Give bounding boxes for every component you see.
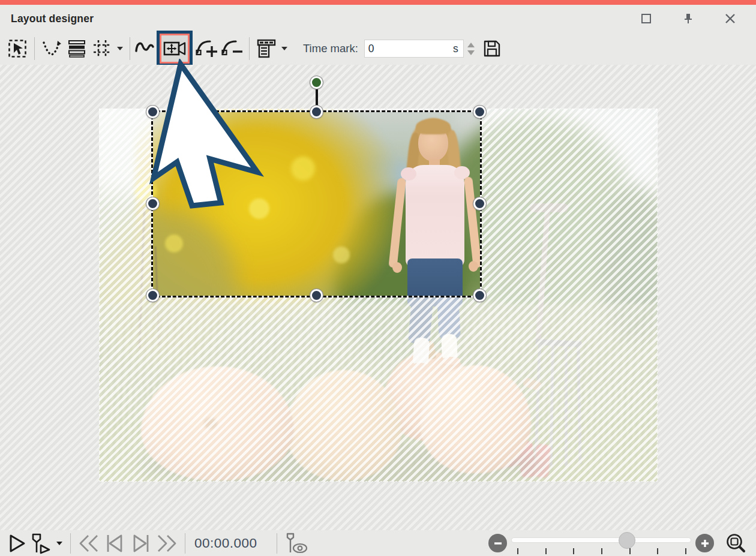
spinner-up-arrow[interactable] — [467, 43, 475, 47]
forward-icon — [155, 533, 178, 554]
layers-icon — [68, 39, 86, 58]
titlebar: Layout designer — [0, 5, 756, 32]
selection-handle-middle-right[interactable] — [473, 197, 486, 210]
curve-icon — [135, 40, 154, 58]
zoom-in-button[interactable] — [695, 534, 714, 552]
toolbar-separator — [130, 37, 130, 60]
selection-handle-top-center[interactable] — [310, 106, 323, 118]
time-mark-spinner — [467, 43, 475, 55]
time-mark-unit: s — [453, 43, 458, 55]
save-icon — [483, 40, 501, 58]
grid-dropdown-arrow[interactable] — [117, 47, 123, 50]
rewind-button[interactable] — [76, 531, 103, 555]
previous-button[interactable] — [103, 531, 128, 555]
object-list-tool-button[interactable] — [254, 35, 279, 62]
zoom-slider-thumb[interactable] — [619, 532, 635, 549]
object-list-dropdown-arrow[interactable] — [281, 47, 287, 50]
transport-bar: 00:00.000 — [0, 530, 756, 556]
play-icon — [7, 533, 27, 554]
play-button[interactable] — [5, 531, 29, 555]
zoom-out-button[interactable] — [488, 534, 507, 552]
play-from-marker-button[interactable] — [29, 531, 54, 555]
path-point-tool-button[interactable] — [39, 35, 64, 62]
pin-button[interactable] — [679, 10, 697, 28]
camera-pan-tool-button[interactable] — [157, 31, 193, 67]
time-mark-label: Time mark: — [303, 42, 358, 55]
next-icon — [130, 533, 151, 554]
pin-icon — [682, 13, 694, 25]
slide-photo — [99, 109, 658, 482]
layout-designer-window: Layout designer — [0, 0, 756, 556]
time-display: 00:00.000 — [194, 536, 257, 551]
selection-handle-bottom-center[interactable] — [310, 289, 323, 302]
transport-separator — [277, 533, 277, 554]
curve-minus-icon — [221, 38, 243, 59]
add-curve-point-tool-button[interactable] — [194, 35, 220, 62]
grid-tool-button[interactable] — [89, 35, 115, 62]
play-from-marker-icon — [31, 533, 52, 554]
slider-tick — [573, 548, 574, 554]
maximize-button[interactable] — [637, 10, 655, 28]
marker-eye-icon — [284, 532, 310, 555]
slider-tick — [601, 548, 602, 554]
selection-handle-top-left[interactable] — [146, 106, 159, 118]
remove-curve-point-tool-button[interactable] — [220, 35, 245, 62]
selection-handle-middle-left[interactable] — [146, 197, 159, 210]
layout-canvas[interactable] — [0, 65, 756, 530]
dotted-path-icon — [41, 39, 62, 58]
curve-plus-icon — [196, 38, 218, 59]
slider-tick — [517, 548, 518, 554]
maximize-icon — [640, 13, 652, 25]
zoom-fit-button[interactable] — [722, 531, 749, 555]
grid-icon — [92, 39, 112, 58]
save-button[interactable] — [482, 35, 502, 62]
previous-icon — [104, 533, 126, 554]
selection-handle-bottom-right[interactable] — [473, 289, 486, 302]
select-tool-button[interactable] — [5, 35, 30, 62]
selection-handle-top-right[interactable] — [473, 106, 486, 118]
marker-visibility-button[interactable] — [283, 531, 311, 555]
close-button[interactable] — [721, 10, 739, 28]
rewind-icon — [78, 533, 101, 554]
select-arrow-icon — [8, 39, 27, 58]
camera-pan-icon — [163, 40, 186, 57]
photo-scene — [153, 112, 480, 296]
object-list-icon — [257, 39, 276, 58]
slider-tick — [657, 548, 658, 554]
next-button[interactable] — [128, 531, 153, 555]
transport-separator — [185, 533, 185, 554]
time-mark-input[interactable] — [365, 43, 453, 55]
toolbar: Time mark: s — [0, 31, 756, 66]
time-mark-field: s — [364, 40, 464, 58]
spinner-down-arrow[interactable] — [467, 50, 475, 55]
slider-tick — [629, 548, 631, 554]
zoom-fit-icon — [724, 532, 747, 555]
slider-tick — [545, 548, 547, 554]
rotation-handle[interactable] — [310, 76, 323, 89]
plus-icon — [700, 539, 710, 548]
toolbar-separator — [249, 37, 250, 60]
zoom-slider[interactable] — [512, 531, 691, 555]
zoom-slider-track[interactable] — [512, 538, 691, 542]
motion-path-tool-button[interactable] — [134, 35, 155, 62]
accent-bar — [0, 0, 756, 5]
slider-tick — [685, 548, 686, 554]
transport-separator — [70, 533, 71, 554]
forward-button[interactable] — [153, 531, 179, 555]
play-options-dropdown-arrow[interactable] — [56, 542, 62, 545]
layers-tool-button[interactable] — [64, 35, 89, 62]
selection-handle-bottom-left[interactable] — [146, 289, 159, 302]
window-controls — [637, 10, 739, 28]
page-title: Layout designer — [11, 13, 94, 25]
close-icon — [724, 13, 736, 25]
toolbar-separator — [34, 37, 35, 60]
minus-icon — [493, 539, 503, 548]
camera-pan-selection[interactable] — [153, 112, 480, 296]
